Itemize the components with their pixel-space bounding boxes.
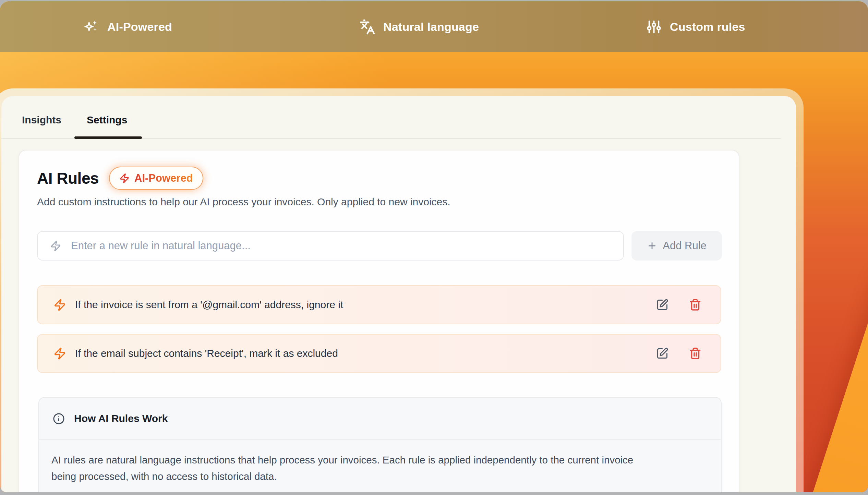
rule-row: If the invoice is sent from a '@gmail.co…: [37, 285, 721, 324]
plus-icon: [647, 241, 657, 251]
edit-rule-button[interactable]: [654, 345, 671, 362]
feature-label: AI-Powered: [107, 20, 172, 34]
zap-icon: [119, 173, 130, 183]
tab-insights[interactable]: Insights: [22, 111, 61, 129]
trash-icon: [689, 347, 701, 360]
info-icon: [53, 413, 65, 425]
rule-text: If the invoice is sent from a '@gmail.co…: [75, 299, 645, 311]
add-rule-label: Add Rule: [663, 240, 707, 252]
rule-text: If the email subject contains 'Receipt',…: [75, 348, 645, 359]
delete-rule-button[interactable]: [687, 297, 703, 313]
rule-row: If the email subject contains 'Receipt',…: [37, 334, 721, 373]
new-rule-input[interactable]: [70, 239, 616, 252]
info-box-body: AI rules are natural language instructio…: [39, 440, 721, 492]
screenshot-stage: AI-Powered Natural language Custom rules: [0, 0, 868, 495]
languages-icon: [359, 19, 375, 35]
square-pen-icon: [656, 347, 668, 360]
feature-label: Natural language: [383, 20, 479, 34]
add-rule-button[interactable]: Add Rule: [631, 231, 722, 261]
zap-icon: [53, 347, 66, 360]
info-box-header: How AI Rules Work: [39, 398, 721, 440]
delete-rule-button[interactable]: [687, 345, 703, 362]
feature-custom-rules: Custom rules: [646, 1, 745, 52]
tab-label: Insights: [22, 114, 61, 126]
info-box-text: AI rules are natural language instructio…: [51, 452, 634, 485]
badge-label: AI-Powered: [134, 172, 193, 184]
sliders-icon: [646, 19, 662, 35]
tab-label: Settings: [87, 114, 127, 126]
page-title: AI Rules: [37, 169, 99, 188]
rule-input-container: [37, 231, 624, 261]
square-pen-icon: [656, 299, 668, 311]
how-ai-rules-work-box: How AI Rules Work AI rules are natural l…: [38, 397, 722, 492]
card-header: AI Rules AI-Powered: [37, 167, 203, 190]
edit-rule-button[interactable]: [654, 297, 671, 313]
feature-natural-language: Natural language: [359, 1, 479, 52]
zap-icon: [53, 299, 66, 311]
feature-bar: AI-Powered Natural language Custom rules: [0, 1, 868, 52]
tab-settings[interactable]: Settings: [87, 111, 127, 129]
ai-powered-badge: AI-Powered: [109, 167, 203, 190]
zap-icon: [50, 240, 61, 252]
desktop-scene: AI-Powered Natural language Custom rules: [0, 1, 868, 492]
info-box-title: How AI Rules Work: [74, 413, 168, 424]
active-tab-underline: [74, 136, 142, 139]
feature-label: Custom rules: [670, 20, 745, 34]
card-description: Add custom instructions to help our AI p…: [37, 196, 450, 208]
trash-icon: [689, 299, 701, 311]
sparkles-icon: [83, 19, 99, 35]
feature-ai-powered: AI-Powered: [83, 1, 172, 52]
